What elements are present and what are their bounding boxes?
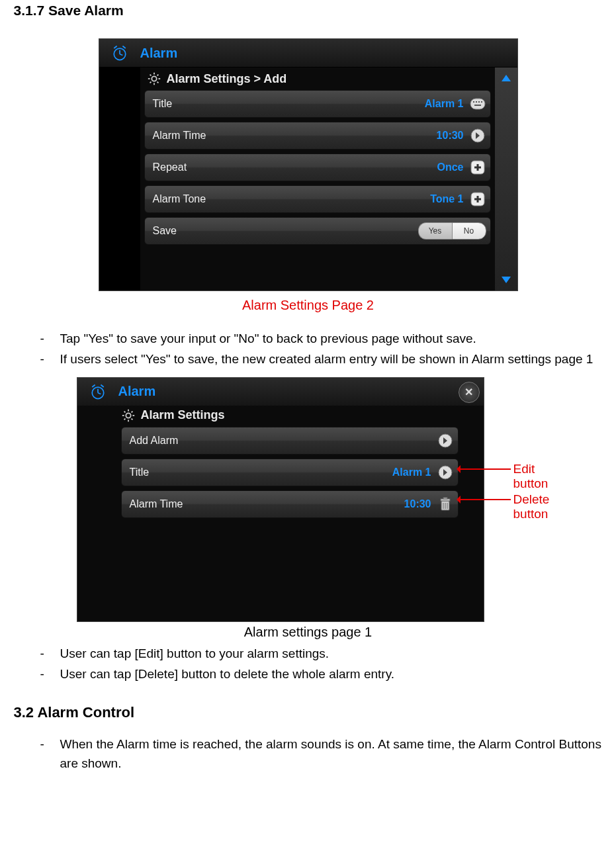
save-yes-button[interactable]: Yes [418,222,452,240]
plus-icon[interactable] [469,159,486,176]
svg-point-5 [152,76,156,81]
add-alarm-label: Add Alarm [130,435,179,447]
svg-rect-15 [473,101,474,103]
svg-rect-45 [443,498,447,499]
left-gutter [99,67,140,290]
svg-line-30 [92,384,95,387]
section-heading: 3.1.7 Save Alarm [14,3,603,19]
title-label: Title [130,466,150,478]
svg-line-2 [120,54,122,56]
alarm-add-screenshot: Alarm Alarm Settings > Add Title Alarm 1 [99,38,518,291]
svg-rect-18 [481,101,482,103]
svg-line-11 [157,82,158,83]
bullet-list-b: User can tap [Edit] button to your alarm… [14,644,603,684]
keyboard-icon[interactable] [469,95,486,112]
scroll-down-button[interactable] [498,272,515,288]
repeat-label: Repeat [153,161,187,173]
svg-line-4 [122,46,125,49]
tone-value: Tone 1 [430,193,463,205]
close-icon: ✕ [464,386,473,398]
alarm-settings-screenshot: Alarm ✕ Alarm Settings Add Alarm [77,377,484,622]
title-row[interactable]: Title Alarm 1 [144,90,491,118]
title-label: Title [153,98,173,110]
svg-point-32 [126,413,130,418]
bullet-list-c: When the Alarm time is reached, the alar… [14,734,603,774]
svg-line-13 [157,75,158,76]
time-label: Alarm Time [130,498,183,510]
bullet-item: User can tap [Edit] button to your alarm… [40,644,603,663]
window-title: Alarm [140,46,178,61]
scroll-rail [495,67,517,290]
scroll-up-button[interactable] [498,70,515,86]
alarm-title-row[interactable]: Title Alarm 1 [121,459,459,486]
bullet-item: Tap "Yes" to save your input or "No" to … [40,329,603,348]
window-title: Alarm [118,384,156,399]
repeat-row[interactable]: Repeat Once [144,154,491,181]
tone-label: Alarm Tone [153,193,206,205]
section-heading: 3.2 Alarm Control [14,704,603,721]
time-label: Alarm Time [153,130,206,142]
subheading-text: Alarm Settings [141,408,225,422]
alarm-time-row[interactable]: Alarm Time 10:30 [121,490,459,518]
callout-arrow [458,468,511,470]
svg-rect-16 [476,101,477,103]
svg-line-37 [124,411,125,412]
arrow-right-icon[interactable] [469,127,486,144]
alarm-time-row[interactable]: Alarm Time 10:30 [144,122,491,150]
title-value: Alarm 1 [392,466,431,478]
caption-page2: Alarm Settings Page 2 [14,298,603,313]
plus-icon[interactable] [469,191,486,208]
svg-line-29 [98,393,101,394]
callout-arrow [458,499,511,500]
edit-icon[interactable] [437,464,454,481]
save-no-button[interactable]: No [452,222,486,240]
svg-line-39 [124,418,125,420]
svg-line-38 [131,418,132,420]
delete-icon[interactable] [437,496,454,513]
time-value: 10:30 [404,498,431,510]
breadcrumb: Alarm Settings > Add [144,71,491,86]
gear-icon [121,408,136,423]
bullet-item: When the Alarm time is reached, the alar… [40,734,603,774]
add-alarm-row[interactable]: Add Alarm [121,427,459,455]
close-button[interactable]: ✕ [459,382,480,403]
svg-line-31 [101,384,103,387]
gear-icon [147,71,161,86]
bullet-item: If users select "Yes" to save, the new c… [40,349,603,369]
clock-icon [77,382,118,401]
arrow-right-icon[interactable] [437,432,454,449]
callout-edit: Edit button [513,462,553,491]
svg-rect-14 [470,99,485,109]
repeat-value: Once [437,161,463,173]
clock-icon [99,44,140,62]
svg-line-12 [150,82,151,83]
svg-line-3 [114,46,116,49]
window-titlebar: Alarm [99,39,517,67]
breadcrumb-text: Alarm Settings > Add [167,72,287,86]
time-value: 10:30 [437,130,464,142]
tone-row[interactable]: Alarm Tone Tone 1 [144,185,491,213]
subheading: Alarm Settings [77,406,484,427]
svg-line-10 [150,75,151,76]
svg-line-40 [131,411,132,412]
callout-delete: Delete button [513,492,553,521]
caption-page1: Alarm settings page 1 [14,625,603,640]
bullet-item: User can tap [Delete] button to delete t… [40,664,603,684]
svg-rect-19 [474,105,481,106]
svg-rect-17 [478,101,480,103]
bullet-list-a: Tap "Yes" to save your input or "No" to … [14,329,603,369]
window-titlebar: Alarm ✕ [77,378,484,406]
title-value: Alarm 1 [425,98,464,110]
save-label: Save [153,225,177,237]
save-row: Save Yes No [144,217,491,245]
